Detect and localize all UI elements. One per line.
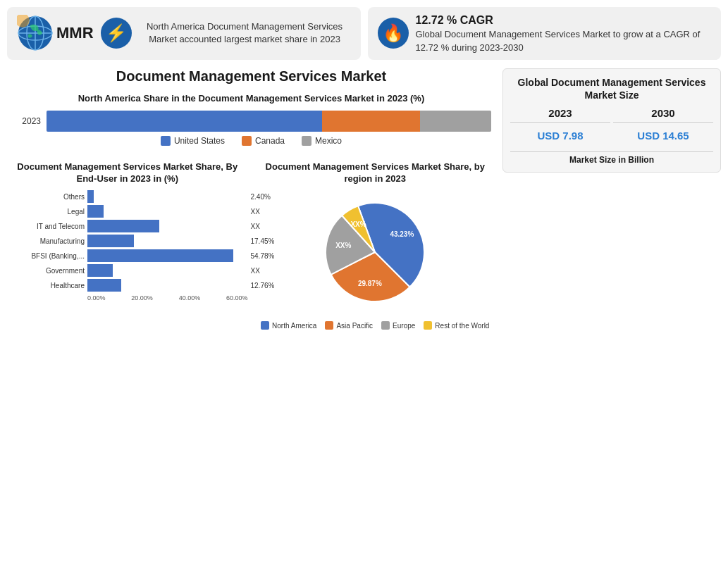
x-axis-label: 0.00% — [87, 294, 106, 301]
logo-area: MMR — [17, 15, 94, 51]
cagr-title: 12.72 % CAGR — [416, 13, 712, 28]
end-user-bar-value: XX — [251, 208, 260, 216]
end-user-bar-container: 2.40% — [87, 190, 248, 203]
end-user-bar-label: Government — [7, 267, 85, 275]
flame-icon: 🔥 — [378, 18, 409, 49]
market-size-grid: 2023 2030 USD 7.98 USD 14.65 Market Size… — [510, 107, 713, 165]
market-size-title: Global Document Management Services Mark… — [510, 76, 713, 101]
legend-canada: Canada — [242, 136, 285, 146]
end-user-bar-container: 12.76% — [87, 279, 248, 292]
year-2030-label: 2030 — [613, 107, 713, 123]
pie-slice-label: 43.23% — [390, 231, 414, 239]
end-user-bar-fill — [87, 249, 233, 262]
pie-legend-swatch — [381, 321, 390, 330]
year-2023-label: 2023 — [510, 107, 610, 123]
pie-legend-item: Rest of the World — [424, 321, 489, 330]
hbar-mexico-segment — [420, 111, 491, 132]
end-user-bar-value: 12.76% — [251, 282, 275, 289]
pie-slice-label: XX% — [335, 242, 351, 250]
end-user-bar-container: XX — [87, 264, 248, 277]
left-panel: Document Management Services Market Nort… — [7, 68, 495, 330]
end-user-bars: Others2.40%LegalXXIT and TelecomXXManufa… — [7, 190, 248, 292]
x-axis-label: 40.00% — [179, 294, 201, 301]
val-2023: USD 7.98 — [510, 125, 610, 146]
pie-legend-label: Asia Pacific — [336, 322, 373, 330]
pie-slice-label: XX% — [351, 220, 366, 228]
end-user-chart-area: Document Management Services Market Shar… — [7, 161, 248, 330]
pie-legend-item: Europe — [381, 321, 415, 330]
banner-left: MMR ⚡ North America Document Management … — [7, 7, 361, 60]
mmr-logo-text: MMR — [56, 24, 94, 42]
pie-legend-swatch — [424, 321, 432, 330]
pie-legend-label: Europe — [393, 322, 415, 330]
end-user-bar-fill — [87, 205, 104, 218]
end-user-bar-container: 54.78% — [87, 249, 248, 262]
us-label: United States — [174, 136, 225, 146]
hbar-track — [47, 111, 491, 132]
pie-legend-label: Rest of the World — [435, 322, 489, 330]
x-axis-label: 60.00% — [226, 294, 248, 301]
hbar-legend: United States Canada Mexico — [11, 136, 491, 146]
end-user-bar-value: 54.78% — [251, 252, 275, 260]
market-size-unit: Market Size in Billion — [510, 151, 713, 165]
mexico-label: Mexico — [315, 136, 342, 146]
canada-swatch — [242, 136, 252, 146]
hbar-row: 2023 — [11, 111, 491, 132]
end-user-bar-fill — [87, 220, 159, 232]
hbar-us-segment — [47, 111, 322, 132]
cagr-description: Global Document Management Services Mark… — [416, 28, 712, 54]
pie-chart-title: Document Management Services Market Shar… — [255, 161, 496, 185]
end-user-bar-label: Others — [7, 193, 85, 201]
end-user-bar-row: LegalXX — [7, 205, 248, 218]
end-user-bar-label: Manufacturing — [7, 237, 85, 245]
pie-slice-label: 29.87% — [358, 280, 382, 287]
pie-legend: North AmericaAsia PacificEuropeRest of t… — [261, 321, 489, 330]
end-user-bar-label: Healthcare — [7, 282, 85, 289]
market-size-box: Global Document Management Services Mark… — [502, 68, 721, 173]
banner-right: 🔥 12.72 % CAGR Global Document Managemen… — [368, 7, 722, 60]
banner-left-text: North America Document Management Servic… — [139, 20, 351, 46]
end-user-bar-fill — [87, 279, 121, 292]
end-user-bar-row: BFSI (Banking,...54.78% — [7, 249, 248, 262]
page: MMR ⚡ North America Document Management … — [0, 0, 728, 567]
x-axis-label: 20.00% — [131, 294, 153, 301]
end-user-bar-value: 17.45% — [251, 237, 275, 245]
main-content: Document Management Services Market Nort… — [7, 68, 721, 330]
end-user-bar-label: IT and Telecom — [7, 223, 85, 230]
end-user-bar-container: XX — [87, 205, 248, 218]
pie-legend-label: North America — [272, 322, 316, 330]
bottom-left: Document Management Services Market Shar… — [7, 161, 495, 330]
hbar-container: North America Share in the Document Mana… — [7, 89, 495, 150]
end-user-bar-fill — [87, 190, 94, 203]
us-swatch — [161, 136, 171, 146]
end-user-bar-value: XX — [251, 223, 260, 230]
pie-svg: 43.23%29.87%XX%XX% — [304, 189, 445, 316]
hbar-row-label: 2023 — [11, 116, 41, 126]
canada-label: Canada — [255, 136, 285, 146]
lightning-icon: ⚡ — [101, 18, 132, 49]
end-user-bar-row: Healthcare12.76% — [7, 279, 248, 292]
end-user-bar-label: Legal — [7, 208, 85, 216]
end-user-bar-row: IT and TelecomXX — [7, 220, 248, 232]
main-chart-title: Document Management Services Market — [7, 68, 495, 85]
end-user-bar-container: 17.45% — [87, 235, 248, 247]
globe-icon — [17, 15, 54, 51]
pie-chart-area: Document Management Services Market Shar… — [255, 161, 496, 330]
right-panel: Global Document Management Services Mark… — [502, 68, 721, 330]
end-user-bar-row: GovernmentXX — [7, 264, 248, 277]
banner-right-text: 12.72 % CAGR Global Document Management … — [416, 13, 712, 54]
end-user-bar-row: Others2.40% — [7, 190, 248, 203]
pie-legend-item: North America — [261, 321, 316, 330]
end-user-bar-value: 2.40% — [251, 193, 271, 201]
pie-legend-swatch — [325, 321, 333, 330]
end-user-chart-title: Document Management Services Market Shar… — [7, 161, 248, 185]
val-2030: USD 14.65 — [613, 125, 713, 146]
end-user-bar-fill — [87, 264, 113, 277]
legend-mexico: Mexico — [302, 136, 342, 146]
pie-wrapper: 43.23%29.87%XX%XX% North AmericaAsia Pac… — [255, 189, 496, 330]
mexico-swatch — [302, 136, 311, 146]
end-user-bar-row: Manufacturing17.45% — [7, 235, 248, 247]
x-axis: 0.00%20.00%40.00%60.00% — [7, 294, 248, 301]
end-user-bar-container: XX — [87, 220, 248, 232]
pie-legend-swatch — [261, 321, 269, 330]
